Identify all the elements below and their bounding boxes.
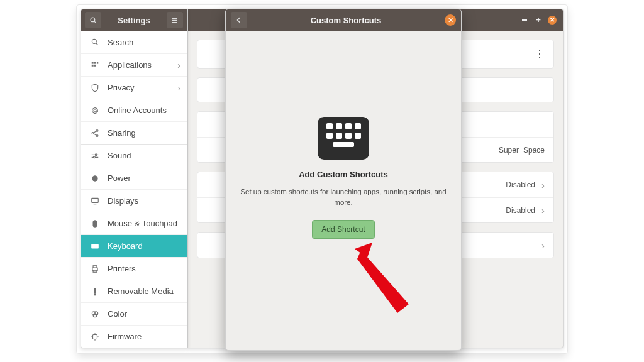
- svg-rect-36: [93, 334, 97, 339]
- settings-sidebar: SearchApplications›Privacy›Online Accoun…: [81, 31, 187, 348]
- sound-icon: [90, 151, 100, 161]
- hamburger-button[interactable]: [167, 12, 183, 28]
- printer-icon: [90, 264, 100, 274]
- dialog-body: Add Custom Shortcuts Set up custom short…: [226, 18, 461, 337]
- sidebar-item-label: Search: [108, 38, 133, 47]
- shield-icon: [90, 83, 100, 93]
- chevron-right-icon: ›: [541, 180, 545, 190]
- svg-point-0: [91, 18, 95, 22]
- maximize-button[interactable]: [534, 16, 543, 25]
- keyboard-icon: [90, 241, 100, 251]
- mouse-icon: [90, 219, 100, 229]
- sidebar-item-search[interactable]: Search: [81, 31, 187, 53]
- sidebar-item-label: Power: [108, 173, 131, 183]
- sidebar-item-keyboard[interactable]: Keyboard: [81, 234, 187, 257]
- sidebar-item-online-accounts[interactable]: Online Accounts: [81, 99, 187, 121]
- svg-rect-29: [93, 265, 97, 268]
- color-icon: [90, 309, 100, 319]
- sidebar-item-privacy[interactable]: Privacy›: [81, 76, 187, 99]
- at-icon: [90, 106, 100, 116]
- sidebar-item-mouse-touchpad[interactable]: Mouse & Touchpad: [81, 212, 187, 234]
- chevron-right-icon: ›: [177, 60, 180, 70]
- dialog-description: Set up custom shortcuts for launching ap…: [238, 187, 448, 207]
- svg-point-19: [95, 153, 97, 155]
- settings-header: Settings: [81, 9, 187, 31]
- sidebar-item-printers[interactable]: Printers: [81, 257, 187, 280]
- sidebar-item-sharing[interactable]: Sharing: [81, 121, 187, 144]
- svg-line-17: [94, 133, 97, 135]
- sidebar-item-power[interactable]: Power: [81, 167, 187, 189]
- sidebar-item-label: Printers: [108, 264, 136, 273]
- sidebar-item-label: Mouse & Touchpad: [108, 219, 177, 228]
- svg-point-12: [94, 109, 96, 111]
- svg-rect-11: [94, 64, 96, 66]
- shortcut-value: Disabled: [506, 180, 535, 189]
- apps-icon: [90, 60, 100, 70]
- svg-point-5: [92, 39, 96, 43]
- chevron-right-icon: ›: [541, 240, 545, 251]
- close-button[interactable]: ✕: [548, 16, 557, 25]
- svg-point-22: [93, 156, 95, 158]
- custom-shortcuts-dialog: Custom Shortcuts ✕ Add Custom Shortcuts …: [225, 9, 462, 351]
- chip-icon: [90, 332, 100, 342]
- sidebar-item-label: Keyboard: [108, 241, 143, 251]
- sidebar-item-label: Applications: [108, 60, 152, 70]
- sidebar-item-sound[interactable]: Sound: [81, 144, 187, 167]
- display-icon: [90, 196, 100, 206]
- shortcut-value: Super+Space: [499, 146, 545, 155]
- power-icon: [90, 173, 100, 184]
- svg-rect-7: [92, 62, 94, 63]
- svg-rect-25: [92, 198, 99, 202]
- share-icon: [90, 128, 100, 138]
- svg-rect-27: [91, 244, 99, 248]
- sidebar-item-firmware[interactable]: Firmware: [81, 325, 187, 348]
- search-button[interactable]: [85, 12, 101, 28]
- shortcut-value: Disabled: [506, 206, 535, 215]
- keyboard-icon: [318, 117, 369, 160]
- usb-icon: [90, 287, 100, 297]
- dialog-heading: Add Custom Shortcuts: [299, 170, 388, 179]
- svg-point-32: [94, 293, 96, 295]
- sidebar-item-removable-media[interactable]: Removable Media: [81, 280, 187, 302]
- add-shortcut-button[interactable]: Add Shortcut: [312, 220, 374, 239]
- svg-line-6: [96, 43, 98, 45]
- svg-rect-10: [92, 64, 94, 66]
- sidebar-item-label: Color: [108, 309, 127, 319]
- sidebar-item-applications[interactable]: Applications›: [81, 53, 187, 76]
- sidebar-item-label: Sound: [108, 151, 131, 160]
- sidebar-item-displays[interactable]: Displays: [81, 189, 187, 212]
- sidebar-item-label: Removable Media: [108, 287, 174, 296]
- sidebar-item-label: Sharing: [108, 128, 136, 138]
- settings-title: Settings: [118, 16, 150, 25]
- svg-line-1: [94, 21, 96, 23]
- svg-rect-8: [94, 62, 96, 63]
- sidebar-item-color[interactable]: Color: [81, 302, 187, 325]
- chevron-right-icon: ›: [177, 83, 180, 93]
- settings-window: Settings SearchApplications›Privacy›Onli…: [80, 9, 187, 348]
- sidebar-item-label: Privacy: [108, 83, 135, 92]
- chevron-right-icon: ›: [541, 205, 545, 216]
- svg-line-16: [94, 131, 97, 133]
- sidebar-item-label: Online Accounts: [108, 106, 167, 115]
- minimize-button[interactable]: [520, 16, 529, 25]
- search-icon: [90, 37, 100, 47]
- sidebar-item-label: Displays: [108, 196, 138, 206]
- sidebar-item-label: Firmware: [108, 332, 142, 341]
- svg-rect-9: [97, 62, 98, 63]
- svg-rect-31: [94, 288, 96, 293]
- svg-point-24: [92, 175, 97, 181]
